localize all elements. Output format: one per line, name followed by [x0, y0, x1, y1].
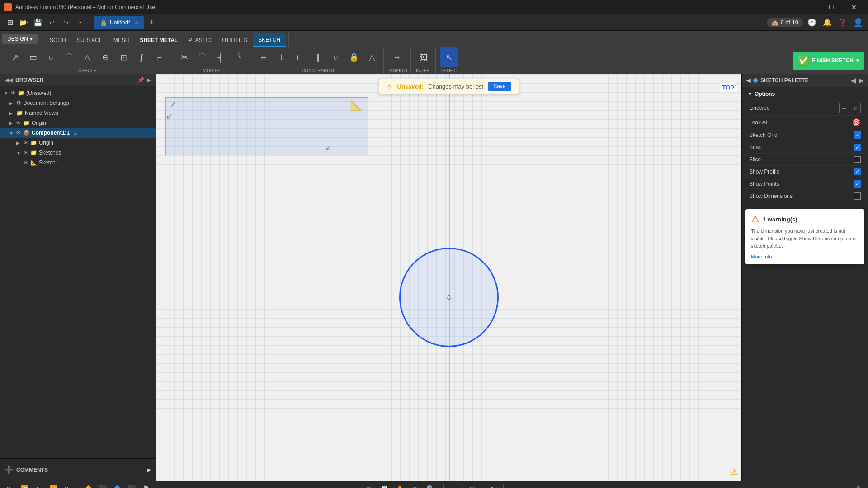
show-dimensions-checkbox[interactable] [854, 192, 861, 200]
slot-tool-btn[interactable]: ⊖ [97, 47, 114, 67]
grid-mode-btn[interactable]: ⊞ [466, 483, 479, 488]
save-btn[interactable]: 💾 [32, 17, 44, 28]
rect-tool-btn[interactable]: ▭ [24, 47, 42, 67]
new-tab-button[interactable]: + [146, 17, 157, 28]
clipboard-btn[interactable]: 📋 [378, 483, 391, 488]
file-menu-btn[interactable]: 📁▾ [18, 17, 30, 28]
linetype-icon-1[interactable]: — [839, 103, 849, 113]
coincident-constraint-btn[interactable]: ○ [327, 47, 344, 67]
options-toggle[interactable]: ▼ Options [747, 91, 863, 97]
point-tool-btn[interactable]: ⊡ [115, 47, 132, 67]
sidebar-expand-icon[interactable]: ▶ [147, 77, 151, 83]
horizontal-constraint-btn[interactable]: ↔ [255, 47, 272, 67]
fillet-tool-btn[interactable]: ╰ [230, 47, 247, 67]
dimension-tool-btn[interactable]: ↔ [388, 47, 406, 67]
line-tool-btn[interactable]: ↗ [6, 47, 24, 67]
pan-tool-btn[interactable]: ✋ [393, 483, 406, 488]
eye-origin-nested[interactable]: 👁 [24, 140, 28, 145]
eye-unsaved[interactable]: 👁 [11, 90, 16, 96]
tab-close-btn[interactable]: ✕ [135, 20, 138, 25]
eye-component1[interactable]: 👁 [16, 130, 21, 136]
vertical-constraint-btn[interactable]: ⊥ [273, 47, 290, 67]
tree-item-sketch1[interactable]: 👁 📐 Sketch1 [0, 158, 156, 168]
zoom-arrow[interactable]: ▾ [437, 486, 439, 488]
display-mode-btn[interactable]: ▭ [448, 483, 461, 488]
insert-image-btn[interactable]: 🖼 [415, 47, 433, 67]
perpendicular-constraint-btn[interactable]: ∟ [291, 47, 308, 67]
orbit-tool-btn[interactable]: ⊕ [409, 483, 421, 488]
equal-constraint-btn[interactable]: △ [363, 47, 381, 67]
eye-sketch1[interactable]: 👁 [24, 160, 28, 165]
menu-tab-sketch[interactable]: SKETCH [253, 33, 286, 47]
animate-icon-4[interactable]: ⬛ [125, 483, 138, 488]
help-icon[interactable]: ❓ [836, 17, 849, 28]
trim-tool-btn[interactable]: ✂ [176, 47, 193, 67]
lookat-icon[interactable]: 🎯 [852, 118, 861, 127]
playback-end-btn[interactable]: ⏭ [61, 483, 74, 488]
notifications-icon[interactable]: 🔔 [821, 17, 834, 28]
tree-item-docsettings[interactable]: ▶ ⚙ Document Settings [0, 98, 156, 108]
menu-tab-mesh[interactable]: MESH [108, 33, 135, 47]
linetype-icon-2[interactable]: □ [851, 103, 861, 113]
add-comment-icon[interactable]: ➕ [5, 465, 14, 474]
insert-label[interactable]: INSERT [415, 68, 433, 73]
palette-collapse-icon[interactable]: ◀ [746, 77, 750, 84]
parallel-constraint-btn[interactable]: ∥ [309, 47, 326, 67]
pin-icon[interactable]: 📌 [137, 77, 144, 83]
finish-sketch-button[interactable]: ✅ FINISH SKETCH ▾ [793, 52, 864, 70]
design-dropdown-btn[interactable]: DESIGN ▾ [2, 34, 38, 44]
sketch-grid-checkbox[interactable]: ✓ [854, 131, 861, 139]
tab-untitled[interactable]: 🔒 Untitled* ✕ [94, 16, 144, 29]
palette-prev[interactable]: ◀ [851, 77, 856, 84]
arc-tool-btn[interactable]: ⌒ [61, 47, 78, 67]
canvas[interactable]: ⚠ Unsaved: Changes may be lost Save ↗ ↙ … [156, 74, 741, 481]
palette-next[interactable]: ▶ [859, 77, 863, 84]
extend-tool-btn[interactable]: ⌒ [194, 47, 211, 67]
grid-icon[interactable]: ⊞ [4, 17, 16, 28]
constraints-label[interactable]: CONSTRAINTS [255, 68, 381, 73]
maximize-button[interactable]: ☐ [821, 0, 842, 14]
eye-sketches[interactable]: 👁 [24, 150, 28, 155]
circle-tool-btn[interactable]: ○ [42, 47, 60, 67]
playback-prev-btn[interactable]: ⏪ [18, 483, 31, 488]
save-document-button[interactable]: Save [488, 82, 511, 91]
menu-tab-solid[interactable]: SOLID [44, 33, 71, 47]
menu-tab-sheetmetal[interactable]: SHEET METAL [134, 33, 183, 47]
animate-icon-1[interactable]: 🔶 [82, 483, 94, 488]
sidebar-nav-back[interactable]: ◀◀ [5, 77, 13, 83]
tree-item-origin-top[interactable]: ▶ 👁 📁 Origin [0, 118, 156, 128]
show-profile-checkbox[interactable]: ✓ [854, 168, 861, 175]
modify-label[interactable]: MODIFY [176, 68, 247, 73]
menu-tab-plastic[interactable]: PLASTIC [183, 33, 217, 47]
more-info-link[interactable]: More Info [751, 254, 772, 259]
spline-tool-btn[interactable]: ∫ [133, 47, 150, 67]
animate-icon-3[interactable]: 🔷 [111, 483, 123, 488]
playback-next-btn[interactable]: ⏩ [47, 483, 60, 488]
zoom-btn[interactable]: 🔍 [424, 483, 437, 488]
eye-origin-top[interactable]: 👁 [16, 120, 21, 126]
undo-btn[interactable]: ↩ [46, 17, 58, 28]
user-icon[interactable]: 👤 [852, 17, 864, 28]
polygon-tool-btn[interactable]: △ [79, 47, 96, 67]
playback-start-btn[interactable]: ⏮ [4, 483, 16, 488]
tree-item-namedviews[interactable]: ▶ 📁 Named Views [0, 108, 156, 118]
clock-icon[interactable]: 🕐 [806, 17, 818, 28]
menu-tab-surface[interactable]: SURFACE [71, 33, 108, 47]
select-label[interactable]: SELECT [440, 68, 458, 73]
tree-item-sketches[interactable]: ▼ 👁 📁 Sketches [0, 148, 156, 158]
view-mode-btn[interactable]: ▦ [484, 483, 496, 488]
show-points-checkbox[interactable]: ✓ [854, 180, 861, 188]
close-button[interactable]: ✕ [844, 0, 864, 14]
settings-btn[interactable]: ⚙ [852, 483, 864, 488]
lock-constraint-btn[interactable]: 🔒 [345, 47, 363, 67]
more-quick-btn[interactable]: ▾ [74, 17, 86, 28]
tree-item-component1[interactable]: ▼ 👁 📦 Component1:1 ⊙ [0, 128, 156, 138]
minimize-button[interactable]: — [798, 0, 819, 14]
timeline-flag[interactable]: ⚑ [140, 483, 152, 488]
cursor-tool-btn[interactable]: ⊕ [363, 483, 375, 488]
view-mode-arrow[interactable]: ▾ [496, 486, 499, 488]
tree-item-origin-nested[interactable]: ▶ 👁 📁 Origin [0, 138, 156, 148]
display-mode-arrow[interactable]: ▾ [461, 486, 463, 488]
inspect-label[interactable]: INSPECT [388, 68, 408, 73]
conic-tool-btn[interactable]: ⌐ [151, 47, 168, 67]
